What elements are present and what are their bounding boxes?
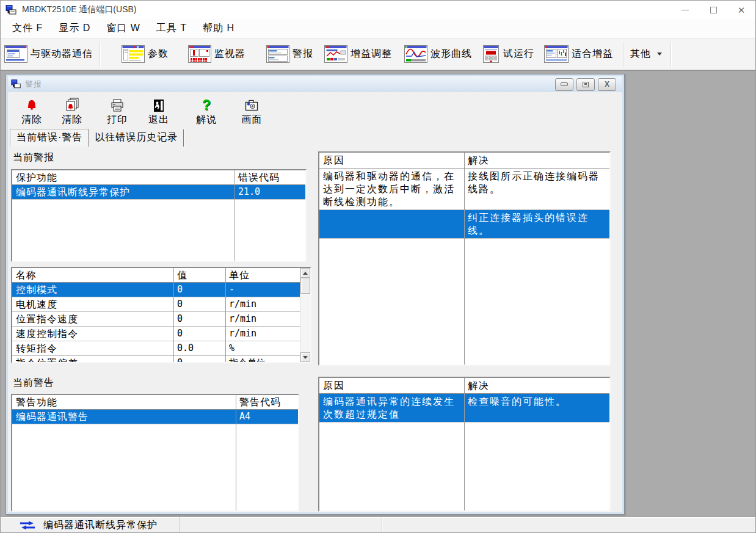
menu-item-display[interactable]: 显示 D bbox=[51, 19, 98, 38]
toolbar-button-label: 适合增益 bbox=[572, 48, 613, 60]
toolbar-separator bbox=[671, 42, 671, 67]
tab-current-errors[interactable]: 当前错误·警告 bbox=[10, 129, 89, 147]
button-label: 退出 bbox=[148, 114, 169, 126]
column-header: 解决 bbox=[464, 153, 609, 168]
tab-strip: 当前错误·警告 以往错误历史记录 bbox=[8, 131, 622, 147]
toolbar-button-label: 警报 bbox=[293, 48, 313, 60]
table-cell bbox=[319, 210, 464, 238]
column-header: 原因 bbox=[319, 153, 464, 168]
button-label: 清除 bbox=[62, 114, 82, 126]
gain-adjust-window-icon bbox=[324, 45, 347, 63]
toolbar-button-communicate[interactable]: 与驱动器通信 bbox=[1, 43, 96, 65]
title-bar: MBDKT2510E 通信端口(USB) ✕ bbox=[1, 1, 755, 19]
column-divider bbox=[173, 268, 174, 362]
table-row[interactable]: 编码器通讯警告A4 bbox=[12, 410, 298, 424]
comm-window-icon bbox=[4, 45, 27, 63]
mdi-workspace: 警报 X 清除 bbox=[1, 70, 755, 517]
minimize-button[interactable] bbox=[671, 1, 699, 19]
menu-item-help[interactable]: 帮助 H bbox=[195, 19, 242, 38]
table-cell: 纠正连接器插头的错误连线。 bbox=[464, 210, 609, 238]
column-divider bbox=[236, 395, 236, 510]
table-cell: r/min bbox=[225, 297, 300, 311]
history-clear-pages-icon bbox=[64, 97, 80, 113]
screen-capture-icon bbox=[244, 98, 260, 113]
column-header: 警告功能 bbox=[12, 395, 236, 409]
menu-item-tools[interactable]: 工具 T bbox=[148, 19, 195, 38]
table-row[interactable]: 编码器通讯断线异常保护21.0 bbox=[12, 185, 305, 200]
toolbar-button-trial-run[interactable]: 试运行 bbox=[478, 43, 538, 65]
table-cell: - bbox=[225, 283, 300, 297]
table-cell: 检查噪音的可能性。 bbox=[464, 394, 609, 422]
screen-button[interactable]: 画面 bbox=[235, 96, 268, 126]
exit-button[interactable]: 退出 bbox=[142, 96, 175, 126]
monitor-table-scrollbar bbox=[300, 268, 310, 362]
table-cell: 转矩指令 bbox=[12, 341, 173, 355]
help-button[interactable]: ? 解说 bbox=[190, 96, 223, 126]
window-title: MBDKT2510E 通信端口(USB) bbox=[22, 4, 136, 15]
status-panel-3 bbox=[382, 517, 755, 533]
table-row[interactable]: 转矩指令0.0% bbox=[12, 341, 300, 356]
column-divider bbox=[225, 268, 226, 362]
table-row[interactable]: 速度控制指令0r/min bbox=[12, 327, 300, 341]
child-restore-button[interactable] bbox=[576, 78, 595, 91]
table-cell: 编码器通讯断线异常保护 bbox=[12, 185, 234, 199]
waveform-window-icon bbox=[404, 45, 427, 63]
table-cell: 控制模式 bbox=[12, 283, 173, 297]
scrollbar-up-button[interactable] bbox=[300, 268, 310, 278]
alarm-window-titlebar[interactable]: 警报 X bbox=[8, 76, 622, 92]
column-header: 值 bbox=[173, 268, 225, 282]
table-header-row: 保护功能错误代码 bbox=[12, 170, 305, 185]
table-cell: 0 bbox=[173, 283, 225, 297]
toolbar-separator bbox=[623, 42, 623, 67]
alarm-clear-button[interactable]: 清除 bbox=[15, 96, 48, 126]
tab-label: 当前错误·警告 bbox=[16, 132, 82, 142]
menu-item-file[interactable]: 文件 F bbox=[4, 19, 51, 38]
scrollbar-down-button[interactable] bbox=[300, 352, 310, 362]
button-label: 清除 bbox=[21, 114, 42, 126]
child-minimize-button[interactable] bbox=[555, 78, 573, 91]
table-cell: A4 bbox=[236, 410, 298, 424]
print-button[interactable]: 打印 bbox=[101, 96, 134, 126]
table-row[interactable]: 位置指令速度0r/min bbox=[12, 312, 300, 327]
child-close-button[interactable]: X bbox=[598, 78, 616, 91]
table-row[interactable]: 控制模式0- bbox=[12, 283, 300, 297]
toolbar-button-gain-adjust[interactable]: 增益调整 bbox=[321, 43, 396, 65]
table-row[interactable]: 电机速度0r/min bbox=[12, 297, 300, 312]
toolbar-button-alarm[interactable]: 警报 bbox=[263, 43, 317, 65]
scrollbar-thumb[interactable] bbox=[300, 278, 310, 294]
toolbar-button-monitor[interactable]: 监视器 bbox=[184, 43, 249, 65]
toolbar-button-label: 增益调整 bbox=[351, 48, 392, 60]
maximize-button[interactable] bbox=[699, 1, 727, 19]
toolbar-button-fit-gain[interactable]: 适合增益 bbox=[540, 43, 617, 65]
alarm-clear-bell-icon bbox=[24, 98, 39, 113]
menu-item-window[interactable]: 窗口 W bbox=[98, 19, 148, 38]
column-divider bbox=[464, 378, 465, 510]
status-bar: 编码器通讯断线异常保护 bbox=[1, 517, 755, 533]
column-header: 单位 bbox=[225, 268, 300, 282]
table-cell: 0 bbox=[173, 327, 225, 341]
table-header-row: 警告功能警告代码 bbox=[12, 395, 298, 410]
close-button[interactable]: ✕ bbox=[727, 1, 755, 19]
toolbar-button-parameters[interactable]: 参数 bbox=[118, 43, 172, 65]
status-panel-message: 编码器通讯断线异常保护 bbox=[1, 517, 180, 533]
table-cell: 位置指令速度 bbox=[12, 312, 173, 326]
fit-gain-window-icon bbox=[544, 45, 569, 63]
table-row[interactable]: 指令位置偏差0指令单位 bbox=[12, 356, 300, 363]
column-header: 解决 bbox=[464, 378, 609, 393]
alarm-child-window: 警报 X 清除 bbox=[5, 74, 625, 515]
current-warning-label: 当前警告 bbox=[13, 377, 54, 390]
toolbar-button-waveform[interactable]: 波形曲线 bbox=[401, 43, 476, 65]
toolbar-button-label: 其他 bbox=[630, 48, 651, 60]
table-cell: 指令单位 bbox=[225, 356, 300, 363]
toolbar-button-others[interactable]: 其他 bbox=[627, 46, 666, 62]
dropdown-arrow-icon bbox=[657, 53, 662, 56]
current-alarm-table: 保护功能错误代码编码器通讯断线异常保护21.0 bbox=[11, 169, 307, 262]
toolbar-separator bbox=[100, 42, 100, 67]
table-cell: r/min bbox=[225, 312, 300, 326]
table-cell: % bbox=[225, 341, 300, 355]
alarm-window-controls: X bbox=[555, 78, 616, 91]
column-header: 错误代码 bbox=[234, 170, 305, 184]
column-header: 原因 bbox=[319, 378, 464, 393]
tab-error-history[interactable]: 以往错误历史记录 bbox=[89, 129, 184, 147]
history-clear-button[interactable]: 清除 bbox=[56, 96, 89, 126]
